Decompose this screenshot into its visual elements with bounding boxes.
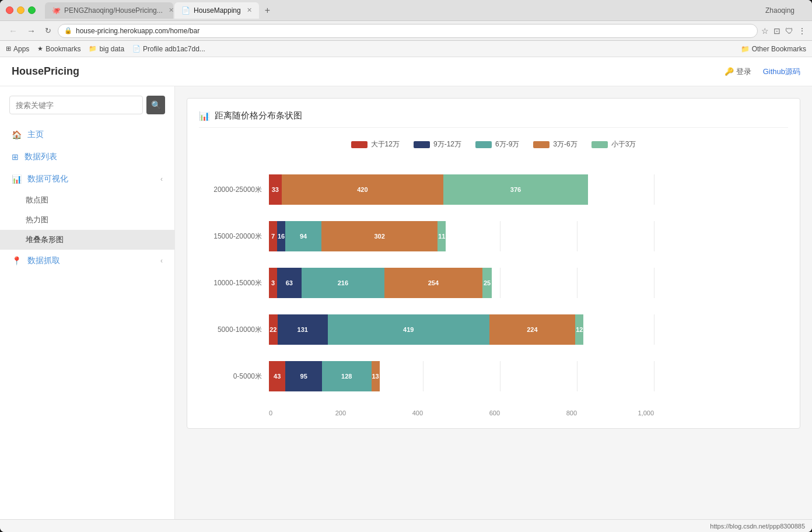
minimize-button[interactable] — [17, 6, 24, 14]
visualization-arrow: ‹ — [160, 175, 163, 183]
bar-segment-1-1: 16 — [277, 221, 285, 251]
close-button[interactable] — [6, 6, 13, 14]
bar-wrapper-0: 33420376 — [269, 174, 654, 205]
refresh-button[interactable]: ↻ — [42, 25, 54, 36]
bar-segment-2-2: 216 — [302, 268, 385, 298]
bookmark-star-button[interactable]: ☆ — [761, 26, 769, 36]
bar-segment-4-1: 95 — [285, 361, 322, 391]
search-input[interactable] — [9, 96, 143, 114]
crawl-label: 数据抓取 — [27, 256, 155, 266]
bar-segment-0-4: 376 — [443, 174, 588, 205]
bookmark-apps[interactable]: ⊞ Apps — [6, 45, 29, 53]
heatmap-label: 热力图 — [26, 215, 48, 224]
legend-label-9to12: 9万-12万 — [433, 139, 461, 149]
chart-title-bar: 📊 距离随价格分布条状图 — [199, 110, 788, 128]
sidebar-item-datalist[interactable]: ⊞ 数据列表 — [0, 146, 174, 168]
bookmarks-bar: ⊞ Apps ★ Bookmarks 📁 big data 📄 Profile … — [0, 41, 812, 57]
menu-button[interactable]: ⋮ — [798, 26, 806, 36]
tab-bar: 🐙 PENGZhaoqing/HousePricing... ✕ 📄 House… — [45, 2, 761, 19]
legend-label-6to9: 6万-9万 — [495, 139, 519, 149]
legend-color-6to9 — [475, 141, 492, 148]
legend-item-lt3: 小于3万 — [592, 139, 636, 149]
status-url: https://blog.csdn.net/ppp8300885 — [710, 523, 805, 530]
address-text: house-pricing.herokuapp.com/home/bar — [76, 27, 751, 35]
bar-segment-3-0: 22 — [269, 314, 278, 345]
header-actions: 🔑 登录 Github源码 — [724, 66, 800, 77]
home-icon: 🏠 — [12, 130, 22, 139]
bar-segment-2-1: 63 — [277, 268, 302, 298]
y-label-2: 10000-15000米 — [199, 278, 269, 288]
crawl-arrow: ‹ — [160, 257, 163, 265]
other-bookmarks[interactable]: 📁 Other Bookmarks — [741, 45, 806, 53]
chart-row-4: 0-5000米439512813 — [199, 354, 788, 399]
tab-github[interactable]: 🐙 PENGZhaoqing/HousePricing... ✕ — [45, 2, 173, 19]
tab-github-favicon: 🐙 — [52, 6, 61, 15]
y-label-3: 5000-10000米 — [199, 325, 269, 335]
x-tick-800: 800 — [500, 410, 577, 416]
chart-row-3: 5000-10000米2213141922412 — [199, 307, 788, 352]
y-label-4: 0-5000米 — [199, 372, 269, 382]
address-bar[interactable]: 🔒 house-pricing.herokuapp.com/home/bar — [58, 24, 758, 38]
chart-row-0: 20000-25000米33420376 — [199, 167, 788, 212]
bookmarks-label: Bookmarks — [46, 45, 80, 53]
bar-segment-3-4: 12 — [575, 314, 583, 345]
bar-wrapper-2: 36321625425 — [269, 268, 654, 298]
tab-github-close[interactable]: ✕ — [169, 6, 174, 14]
table-icon: ⊞ — [12, 152, 19, 162]
sidebar-item-visualization[interactable]: 📊 数据可视化 ‹ — [0, 168, 174, 190]
bar-segment-4-0: 43 — [269, 361, 285, 391]
sidebar-item-home[interactable]: 🏠 主页 — [0, 124, 174, 146]
main-layout: 🔍 🏠 主页 ⊞ 数据列表 📊 数据可视化 ‹ 散点图 — [0, 86, 812, 519]
bar-segment-2-0: 3 — [269, 268, 277, 298]
x-tick-600: 600 — [423, 410, 500, 416]
legend-item-3to6: 3万-6万 — [533, 139, 577, 149]
bar-wrapper-1: 7169430211 — [269, 221, 654, 251]
legend-color-lt3 — [592, 141, 608, 148]
legend-label-lt3: 小于3万 — [611, 139, 636, 149]
x-axis: 02004006008001,000 — [199, 410, 788, 416]
search-button[interactable]: 🔍 — [146, 96, 165, 114]
x-tick-1000: 1,000 — [577, 410, 654, 416]
sidebar-item-heatmap[interactable]: 热力图 — [0, 210, 174, 230]
tab-housemapping-favicon: 📄 — [181, 6, 190, 15]
bar-segment-3-2: 419 — [328, 314, 489, 345]
bar-segment-4-3: 13 — [372, 361, 380, 391]
chart-row-2: 10000-15000米36321625425 — [199, 260, 788, 306]
bar-segment-3-1: 131 — [278, 314, 328, 345]
legend-item-gt12: 大于12万 — [351, 139, 400, 149]
app-header: HousePricing 🔑 登录 Github源码 — [0, 57, 812, 86]
bar-segment-1-0: 7 — [269, 221, 277, 251]
stacked-bar-1: 7169430211 — [269, 221, 446, 251]
bookmark-bigdata[interactable]: 📁 big data — [89, 45, 124, 53]
github-label: Github源码 — [763, 66, 800, 77]
nav-icons: ☆ ⊡ 🛡 ⋮ — [761, 26, 806, 36]
doc-icon: 📄 — [132, 45, 141, 52]
browser-window: 🐙 PENGZhaoqing/HousePricing... ✕ 📄 House… — [0, 0, 812, 532]
maximize-button[interactable] — [28, 6, 36, 14]
back-button[interactable]: ← — [6, 24, 20, 37]
legend-item-6to9: 6万-9万 — [475, 139, 519, 149]
bookmark-profile[interactable]: 📄 Profile adb1ac7dd... — [132, 45, 205, 53]
app-logo[interactable]: HousePricing — [12, 65, 79, 78]
bar-wrapper-3: 2213141922412 — [269, 314, 654, 345]
nav-bar: ← → ↻ 🔒 house-pricing.herokuapp.com/home… — [0, 21, 812, 41]
bookmark-bookmarks[interactable]: ★ Bookmarks — [37, 45, 80, 53]
bar-segment-0-3: 420 — [282, 174, 443, 205]
bar-segment-1-4: 11 — [438, 221, 446, 251]
tab-housemapping-close[interactable]: ✕ — [247, 6, 252, 14]
new-tab-button[interactable]: + — [260, 2, 275, 19]
shield-button[interactable]: 🛡 — [785, 26, 793, 36]
legend-label-gt12: 大于12万 — [371, 139, 400, 149]
github-link[interactable]: Github源码 — [763, 66, 800, 77]
sidebar-item-crawl[interactable]: 📍 数据抓取 ‹ — [0, 250, 174, 272]
forward-button[interactable]: → — [24, 24, 38, 37]
sidebar-item-stacked[interactable]: 堆叠条形图 — [0, 230, 174, 250]
lock-icon: 🔒 — [64, 27, 72, 34]
tab-housemapping[interactable]: 📄 HouseMapping ✕ — [174, 2, 259, 19]
bar-segment-1-3: 302 — [321, 221, 438, 251]
login-link[interactable]: 🔑 登录 — [724, 66, 751, 77]
cast-button[interactable]: ⊡ — [774, 26, 780, 36]
bar-wrapper-4: 439512813 — [269, 361, 654, 391]
content-area: 📊 距离随价格分布条状图 大于12万 9万-12万 6万-9万 3万-6万 小于… — [175, 86, 812, 519]
sidebar-item-scatter[interactable]: 散点图 — [0, 190, 174, 210]
